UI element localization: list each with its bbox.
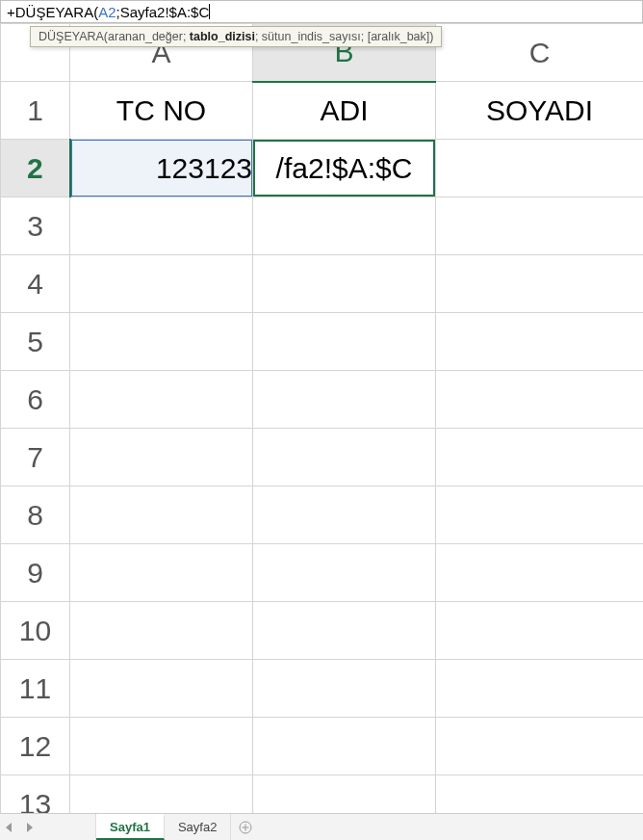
cell-C2[interactable] [436,140,644,197]
cell-A1[interactable]: TC NO [70,82,253,140]
cell-B8[interactable] [253,486,436,544]
cell-B13[interactable] [253,775,436,814]
cell-B2-text: /fa2!$A:$C [276,152,413,184]
cell-B6[interactable] [253,371,436,429]
cell-B12[interactable] [253,718,436,775]
cell-B3[interactable] [253,197,436,255]
cell-C6[interactable] [436,371,644,429]
cell-A12[interactable] [70,718,253,775]
text-cursor [209,4,210,19]
cell-C9[interactable] [436,544,644,602]
row-header-10[interactable]: 10 [1,602,70,660]
tab-nav-next[interactable] [19,814,39,840]
row-header-13[interactable]: 13 [1,775,70,814]
tab-nav-prev[interactable] [0,814,19,840]
formula-tooltip: DÜŞEYARA(aranan_değer; tablo_dizisi; süt… [30,26,442,47]
cell-B7[interactable] [253,429,436,486]
row-header-8[interactable]: 8 [1,486,70,544]
cell-C4[interactable] [436,255,644,313]
cell-C8[interactable] [436,486,644,544]
cell-A8[interactable] [70,486,253,544]
cell-B1[interactable]: ADI [253,82,436,140]
cell-A3[interactable] [70,197,253,255]
cell-C11[interactable] [436,660,644,718]
row-header-9[interactable]: 9 [1,544,70,602]
sheet-tab-1[interactable]: Sayfa1 [96,814,165,840]
formula-arg-range: Sayfa2!$A:$C [120,4,210,20]
cell-B2[interactable]: /fa2!$A:$C [253,140,436,197]
new-sheet-button[interactable] [231,814,260,840]
row-header-6[interactable]: 6 [1,371,70,429]
cell-C10[interactable] [436,602,644,660]
tab-spacer [39,814,96,840]
cell-C5[interactable] [436,313,644,371]
cell-A11[interactable] [70,660,253,718]
formula-text-prefix: +DÜŞEYARA( [7,4,98,20]
column-header-C[interactable]: C [436,24,644,82]
cell-B9[interactable] [253,544,436,602]
cell-A7[interactable] [70,429,253,486]
cell-C3[interactable] [436,197,644,255]
cell-A9[interactable] [70,544,253,602]
formula-arg-ref: A2 [98,4,116,20]
row-header-12[interactable]: 12 [1,718,70,775]
cell-B10[interactable] [253,602,436,660]
spreadsheet-grid[interactable]: A B C 1 TC NO ADI SOYADI 2 123123 /fa2!$… [0,23,643,813]
row-header-4[interactable]: 4 [1,255,70,313]
cell-A4[interactable] [70,255,253,313]
cell-A10[interactable] [70,602,253,660]
svg-marker-0 [6,823,12,832]
cell-A2[interactable]: 123123 [70,140,253,197]
cell-B5[interactable] [253,313,436,371]
cell-B4[interactable] [253,255,436,313]
row-header-2[interactable]: 2 [1,140,70,197]
row-header-5[interactable]: 5 [1,313,70,371]
cell-B11[interactable] [253,660,436,718]
formula-bar[interactable]: +DÜŞEYARA(A2;Sayfa2!$A:$C DÜŞEYARA(arana… [0,0,643,23]
cell-C7[interactable] [436,429,644,486]
cell-A5[interactable] [70,313,253,371]
sheet-tab-2[interactable]: Sayfa2 [165,814,231,840]
row-header-3[interactable]: 3 [1,197,70,255]
cell-C13[interactable] [436,775,644,814]
svg-marker-1 [27,823,33,832]
cell-A6[interactable] [70,371,253,429]
sheet-tabstrip: Sayfa1 Sayfa2 [0,813,643,840]
row-header-7[interactable]: 7 [1,429,70,486]
cell-A13[interactable] [70,775,253,814]
cell-C12[interactable] [436,718,644,775]
cell-C1[interactable]: SOYADI [436,82,644,140]
row-header-11[interactable]: 11 [1,660,70,718]
row-header-1[interactable]: 1 [1,82,70,140]
